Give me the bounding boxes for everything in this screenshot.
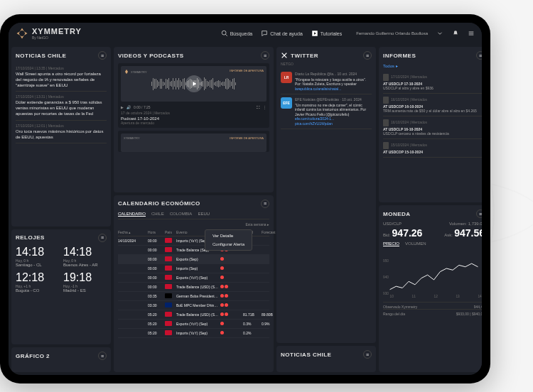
menu-icon[interactable] xyxy=(468,30,475,37)
panel-menu-icon[interactable]: ≡ xyxy=(98,51,107,60)
calendar-row[interactable]: 00:00Exports (YoY) (Sep) 91.02B xyxy=(118,273,269,283)
chat-action[interactable]: Chat de ayuda xyxy=(261,30,303,37)
volume-icon[interactable]: 🔊 xyxy=(126,105,131,109)
clock: 19:18Hoy, -1 hMadrid - ES xyxy=(63,271,107,293)
context-view-detail[interactable]: Ver Detalle xyxy=(207,232,250,240)
chart2-panel: GRÁFICO 2 ≡ xyxy=(11,347,111,372)
video-thumb[interactable]: XYMMETRY INFORME DE APERTURA xyxy=(121,66,266,102)
report-item[interactable]: 15/10/2024 | MercadosAT USDCOP 15-10-202… xyxy=(383,139,482,158)
panel-menu-icon[interactable]: ≡ xyxy=(363,51,372,60)
flag-icon xyxy=(165,312,172,317)
news-chile-panel: NOTICIAS CHILE ≡ 17/10/2024 | 13:35 | Me… xyxy=(11,47,111,227)
video-card[interactable]: XYMMETRY INFORME DE APERTURA xyxy=(118,131,269,152)
price-chart: 9309409501011121314 xyxy=(383,249,482,299)
panel-menu-icon[interactable]: ≡ xyxy=(363,350,372,359)
currency-pair: USD/CLP xyxy=(383,222,402,226)
videos-panel: VIDEOS Y PODCASTS ≡ XYMMETRY INFORME DE … xyxy=(114,47,274,192)
ask-price: 947.56 xyxy=(454,227,482,239)
more-icon[interactable]: ⋮ xyxy=(263,105,266,109)
document-icon xyxy=(383,119,389,126)
tutorials-action[interactable]: Tutoriales xyxy=(311,30,342,37)
tab-volumen[interactable]: VOLUMEN xyxy=(405,241,426,246)
video-controls[interactable]: ▶ 🔊 0:00 / 7:25 ⛶ ⋮ xyxy=(121,104,266,111)
flag-icon xyxy=(165,284,172,289)
panel-title: RELOJES xyxy=(16,234,45,241)
panel-title: MONEDA xyxy=(383,211,411,217)
calendar-row[interactable]: 00:00Exports (Sep) xyxy=(118,255,269,264)
svg-text:11: 11 xyxy=(412,295,416,298)
bell-icon[interactable] xyxy=(452,30,459,37)
tweet[interactable]: EFEEFE Noticias @EFEnoticias · 10 oct. 2… xyxy=(281,94,372,129)
svg-text:10: 10 xyxy=(390,295,394,298)
topbar: XYMMETRY By NetGO Búsqueda Chat de ayuda… xyxy=(9,23,482,44)
panel-menu-icon[interactable]: ≡ xyxy=(261,51,269,60)
tab-precio[interactable]: PRECIO xyxy=(383,241,399,246)
calendar-row[interactable]: 05:20Imports (YoY) (Sep) 0.2% xyxy=(118,329,269,338)
logo-icon xyxy=(16,27,28,40)
report-item[interactable]: 17/10/2024 | MercadosAT USDCLP 17-10-202… xyxy=(383,71,482,94)
flag-icon xyxy=(165,275,172,280)
panel-menu-icon[interactable]: ≡ xyxy=(98,352,107,360)
panel-title: NOTICIAS CHILE xyxy=(16,53,66,59)
panel-menu-icon[interactable]: ≡ xyxy=(476,209,482,218)
bid-price: 947.26 xyxy=(392,227,423,239)
play-button[interactable] xyxy=(185,75,203,92)
context-menu: Ver Detalle Configurar Alerta xyxy=(205,229,252,251)
flag-icon xyxy=(165,247,172,252)
calendar-row[interactable]: 05:20Exports (YoY) (Sep) 0.3%0.9%0.5% xyxy=(118,320,269,329)
calendar-tab[interactable]: CHILE xyxy=(151,212,164,217)
search-action[interactable]: Búsqueda xyxy=(221,30,253,37)
panel-title: NOTICIAS CHILE xyxy=(281,352,331,358)
report-item[interactable]: 16/10/2024 | MercadosAT USDCOP 16-10-202… xyxy=(383,94,482,116)
calendar-panel: CALENDARIO ECONÓMICO ≡ CALENDARIOCHILECO… xyxy=(114,195,274,372)
news-item[interactable]: 17/10/2024 | 12:01 | MercadosOro toca nu… xyxy=(16,121,107,144)
panel-title: INFORMES xyxy=(383,53,416,59)
news-item[interactable]: 17/10/2024 | 13:35 | MercadosWall Street… xyxy=(16,63,107,92)
brand-logo: XYMMETRY By NetGO xyxy=(16,27,82,40)
twitter-icon xyxy=(281,52,288,59)
panel-title: TWITTER xyxy=(291,53,318,59)
flag-icon xyxy=(165,330,172,335)
svg-text:950: 950 xyxy=(383,259,389,263)
user-name[interactable]: Fernando Guillermo Orlando Boullosa xyxy=(356,31,428,36)
calendar-tab[interactable]: EEUU xyxy=(198,212,210,217)
flag-icon xyxy=(165,238,172,243)
news-item[interactable]: 17/10/2024 | 13:31 | MercadosDólar extie… xyxy=(16,92,107,120)
clock: 14:18Hoy, 0 hSantiago - CL xyxy=(16,246,59,267)
calendar-filter[interactable]: Esta semana ▸ xyxy=(118,222,269,227)
chevron-down-icon[interactable] xyxy=(436,30,443,37)
clock: 12:18Hoy, +1 hBogota - CO xyxy=(16,271,59,293)
flag-icon xyxy=(165,321,172,326)
svg-text:930: 930 xyxy=(383,292,389,295)
reports-panel: INFORMES ≡ Todos ▸ 17/10/2024 | Mercados… xyxy=(379,47,482,202)
search-icon xyxy=(221,30,228,37)
svg-text:940: 940 xyxy=(383,276,389,279)
avatar: LR xyxy=(281,72,292,83)
svg-point-0 xyxy=(222,31,226,35)
tweet[interactable]: LRDiario La República @la... 10 oct. 202… xyxy=(281,69,372,94)
calendar-row[interactable]: 03:35German Buba President Na... xyxy=(118,292,269,301)
svg-text:14: 14 xyxy=(478,295,482,298)
report-item[interactable]: 16/10/2024 | MercadosAT USDCLP 16-10-202… xyxy=(383,116,482,139)
panel-title: GRÁFICO 2 xyxy=(16,353,50,359)
currency-panel: MONEDA ≡ USD/CLP Volumen: 1,739.00 Bid: … xyxy=(379,205,482,372)
panel-menu-icon[interactable]: ≡ xyxy=(476,51,482,60)
calendar-row[interactable]: 03:30BoE MPC Member Dhingra S... xyxy=(118,301,269,310)
flag-icon xyxy=(165,266,172,271)
expand-icon[interactable]: ⛶ xyxy=(257,105,260,109)
brand-sub: By NetGO xyxy=(32,36,82,40)
context-configure-alert[interactable]: Configurar Alerta xyxy=(207,240,250,249)
video-card[interactable]: XYMMETRY INFORME DE APERTURA ▶ 🔊 0:00 / … xyxy=(118,63,269,128)
calendar-row[interactable]: 00:00Imports (Sep) 9.7% xyxy=(118,264,269,273)
panel-menu-icon[interactable]: ≡ xyxy=(261,200,269,208)
calendar-row[interactable]: 05:20Trade Balance (USD) (Sep) 81.71B89.… xyxy=(118,310,269,320)
calendar-tab[interactable]: COLOMBIA xyxy=(170,212,193,217)
panel-title: VIDEOS Y PODCASTS xyxy=(118,53,184,59)
calendar-tab[interactable]: CALENDARIO xyxy=(118,212,146,217)
calendar-row[interactable]: 00:00Trade Balance (USD) (Sep) xyxy=(118,283,269,292)
play-control-icon[interactable]: ▶ xyxy=(121,105,124,109)
panel-menu-icon[interactable]: ≡ xyxy=(98,234,107,242)
clocks-panel: RELOJES ≡ 14:18Hoy, 0 hSantiago - CL14:1… xyxy=(11,229,111,345)
flag-icon xyxy=(165,303,172,307)
todos-link[interactable]: Todos ▸ xyxy=(383,63,482,68)
